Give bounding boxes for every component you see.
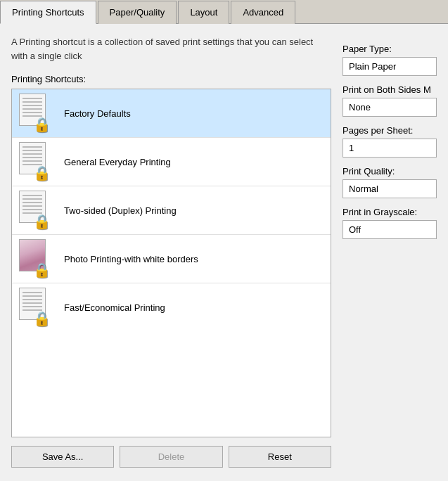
reset-button[interactable]: Reset [229, 446, 331, 468]
shortcut-name-general-everyday: General Everyday Printing [64, 157, 171, 167]
delete-button[interactable]: Delete [120, 446, 222, 468]
lock-icon: 🔒 [33, 117, 51, 132]
shortcut-name-factory-defaults: Factory Defaults [64, 108, 131, 119]
shortcuts-label: Printing Shortcuts: [11, 74, 331, 84]
tab-bar: Printing Shortcuts Paper/Quality Layout … [0, 0, 448, 24]
tab-printing-shortcuts[interactable]: Printing Shortcuts [0, 1, 96, 24]
shortcut-item-factory-defaults[interactable]: 🔒 Factory Defaults [12, 89, 331, 138]
shortcut-name-fast-economical: Fast/Economical Printing [64, 302, 165, 313]
shortcuts-list: 🔒 Factory Defaults 🔒 General Everyday Pr… [11, 89, 331, 437]
shortcut-icon-fast-economical: 🔒 [19, 288, 56, 327]
tab-layout[interactable]: Layout [178, 1, 229, 24]
print-quality-label: Print Quality: [343, 166, 437, 177]
paper-type-label: Paper Type: [343, 44, 437, 54]
button-row: Save As... Delete Reset [11, 446, 331, 468]
shortcut-name-photo: Photo Printing-with white borders [64, 254, 198, 264]
shortcut-icon-two-sided: 🔒 [19, 191, 56, 230]
save-as-button[interactable]: Save As... [11, 446, 114, 468]
shortcut-name-two-sided: Two-sided (Duplex) Printing [64, 205, 177, 216]
shortcut-icon-photo: 🔒 [19, 239, 56, 278]
print-both-sides-label: Print on Both Sides M [343, 84, 437, 95]
right-panel: Paper Type: Plain Paper Print on Both Si… [343, 35, 437, 468]
lock-icon: 🔒 [33, 214, 51, 229]
description-text: A Printing shortcut is a collection of s… [11, 35, 331, 63]
shortcut-icon-general-everyday: 🔒 [19, 142, 56, 181]
paper-type-value: Plain Paper [343, 57, 437, 76]
tab-paper-quality[interactable]: Paper/Quality [98, 1, 177, 24]
lock-icon: 🔒 [33, 263, 51, 277]
print-grayscale-value: Off [343, 220, 437, 239]
print-both-sides-value: None [343, 98, 437, 117]
main-content: A Printing shortcut is a collection of s… [0, 24, 448, 479]
tab-advanced[interactable]: Advanced [231, 1, 295, 24]
shortcut-icon-factory-defaults: 🔒 [19, 94, 56, 133]
pages-per-sheet-value: 1 [343, 139, 437, 158]
shortcut-item-two-sided[interactable]: 🔒 Two-sided (Duplex) Printing [12, 186, 331, 235]
left-panel: A Printing shortcut is a collection of s… [11, 35, 331, 468]
pages-per-sheet-label: Pages per Sheet: [343, 125, 437, 136]
shortcut-item-photo[interactable]: 🔒 Photo Printing-with white borders [12, 235, 331, 283]
lock-icon: 🔒 [33, 166, 51, 180]
print-grayscale-label: Print in Grayscale: [343, 207, 437, 217]
shortcut-item-general-everyday[interactable]: 🔒 General Everyday Printing [12, 138, 331, 186]
lock-icon: 🔒 [33, 312, 51, 326]
print-quality-value: Normal [343, 179, 437, 198]
shortcut-item-fast-economical[interactable]: 🔒 Fast/Economical Printing [12, 283, 331, 331]
